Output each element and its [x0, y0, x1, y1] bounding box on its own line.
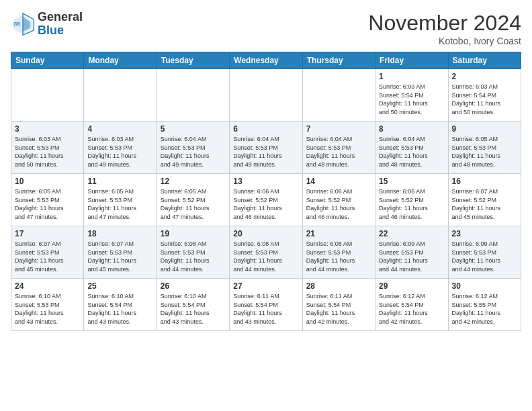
calendar-day-22: 22Sunrise: 6:09 AM Sunset: 5:53 PM Dayli… — [375, 226, 448, 279]
day-number: 2 — [452, 72, 517, 81]
calendar-day-1: 1Sunrise: 6:03 AM Sunset: 5:54 PM Daylig… — [375, 69, 448, 122]
calendar-day-13: 13Sunrise: 6:06 AM Sunset: 5:52 PM Dayli… — [230, 174, 302, 226]
day-info: Sunrise: 6:12 AM Sunset: 5:54 PM Dayligh… — [379, 292, 444, 326]
calendar-week-2: 3Sunrise: 6:03 AM Sunset: 5:53 PM Daylig… — [11, 122, 521, 174]
day-info: Sunrise: 6:07 AM Sunset: 5:53 PM Dayligh… — [15, 240, 80, 273]
day-info: Sunrise: 6:04 AM Sunset: 5:53 PM Dayligh… — [379, 135, 444, 169]
day-number: 4 — [87, 124, 152, 134]
calendar-day-8: 8Sunrise: 6:04 AM Sunset: 5:53 PM Daylig… — [375, 122, 448, 174]
day-number: 9 — [452, 124, 517, 134]
day-number: 1 — [379, 72, 444, 81]
col-header-friday: Friday — [375, 52, 448, 69]
day-info: Sunrise: 6:05 AM Sunset: 5:52 PM Dayligh… — [161, 187, 226, 221]
logo: GB General Blue — [11, 11, 83, 38]
day-number: 21 — [306, 229, 371, 238]
calendar-day-30: 30Sunrise: 6:12 AM Sunset: 5:55 PM Dayli… — [448, 279, 521, 331]
day-info: Sunrise: 6:11 AM Sunset: 5:54 PM Dayligh… — [233, 292, 298, 326]
day-info: Sunrise: 6:05 AM Sunset: 5:53 PM Dayligh… — [87, 187, 152, 221]
day-number: 11 — [87, 177, 152, 186]
day-number: 3 — [15, 124, 80, 134]
calendar-day-11: 11Sunrise: 6:05 AM Sunset: 5:53 PM Dayli… — [84, 174, 157, 226]
col-header-monday: Monday — [84, 52, 157, 69]
calendar-week-3: 10Sunrise: 6:05 AM Sunset: 5:53 PM Dayli… — [11, 174, 521, 226]
calendar-day-15: 15Sunrise: 6:06 AM Sunset: 5:52 PM Dayli… — [375, 174, 448, 226]
day-number: 17 — [15, 229, 80, 238]
day-info: Sunrise: 6:07 AM Sunset: 5:53 PM Dayligh… — [87, 240, 152, 273]
day-number: 29 — [379, 281, 444, 291]
calendar-day-4: 4Sunrise: 6:03 AM Sunset: 5:53 PM Daylig… — [84, 122, 157, 174]
day-info: Sunrise: 6:07 AM Sunset: 5:52 PM Dayligh… — [452, 187, 517, 221]
calendar-day-19: 19Sunrise: 6:08 AM Sunset: 5:53 PM Dayli… — [157, 226, 229, 279]
day-info: Sunrise: 6:10 AM Sunset: 5:54 PM Dayligh… — [87, 292, 152, 326]
day-info: Sunrise: 6:04 AM Sunset: 5:53 PM Dayligh… — [233, 135, 298, 169]
location: Kotobo, Ivory Coast — [368, 36, 521, 46]
col-header-tuesday: Tuesday — [157, 52, 229, 69]
calendar-day-6: 6Sunrise: 6:04 AM Sunset: 5:53 PM Daylig… — [230, 122, 302, 174]
calendar-day-17: 17Sunrise: 6:07 AM Sunset: 5:53 PM Dayli… — [11, 226, 84, 279]
calendar-week-5: 24Sunrise: 6:10 AM Sunset: 5:53 PM Dayli… — [11, 279, 521, 331]
day-info: Sunrise: 6:03 AM Sunset: 5:54 PM Dayligh… — [379, 83, 444, 116]
day-number: 8 — [379, 124, 444, 134]
calendar-week-4: 17Sunrise: 6:07 AM Sunset: 5:53 PM Dayli… — [11, 226, 521, 279]
day-info: Sunrise: 6:03 AM Sunset: 5:53 PM Dayligh… — [87, 135, 152, 169]
day-info: Sunrise: 6:04 AM Sunset: 5:53 PM Dayligh… — [161, 135, 226, 169]
calendar-day-29: 29Sunrise: 6:12 AM Sunset: 5:54 PM Dayli… — [375, 279, 448, 331]
day-number: 25 — [87, 281, 152, 291]
day-number: 16 — [452, 177, 517, 186]
day-info: Sunrise: 6:08 AM Sunset: 5:53 PM Dayligh… — [161, 240, 226, 273]
day-number: 20 — [233, 229, 298, 238]
day-number: 26 — [161, 281, 226, 291]
calendar-day-28: 28Sunrise: 6:11 AM Sunset: 5:54 PM Dayli… — [302, 279, 375, 331]
logo-general: General — [38, 10, 83, 24]
col-header-wednesday: Wednesday — [230, 52, 302, 69]
svg-text:GB: GB — [14, 21, 21, 26]
day-info: Sunrise: 6:09 AM Sunset: 5:53 PM Dayligh… — [452, 240, 517, 273]
day-number: 19 — [161, 229, 226, 238]
day-number: 14 — [306, 177, 371, 186]
calendar-day-7: 7Sunrise: 6:04 AM Sunset: 5:53 PM Daylig… — [302, 122, 375, 174]
col-header-thursday: Thursday — [302, 52, 375, 69]
day-info: Sunrise: 6:10 AM Sunset: 5:54 PM Dayligh… — [161, 292, 226, 326]
day-info: Sunrise: 6:05 AM Sunset: 5:53 PM Dayligh… — [15, 187, 80, 221]
title-block: November 2024 Kotobo, Ivory Coast — [368, 11, 521, 46]
calendar-day-23: 23Sunrise: 6:09 AM Sunset: 5:53 PM Dayli… — [448, 226, 521, 279]
calendar-day-16: 16Sunrise: 6:07 AM Sunset: 5:52 PM Dayli… — [448, 174, 521, 226]
calendar-day-14: 14Sunrise: 6:06 AM Sunset: 5:52 PM Dayli… — [302, 174, 375, 226]
day-number: 7 — [306, 124, 371, 134]
day-info: Sunrise: 6:10 AM Sunset: 5:53 PM Dayligh… — [15, 292, 80, 326]
day-number: 28 — [306, 281, 371, 291]
day-info: Sunrise: 6:09 AM Sunset: 5:53 PM Dayligh… — [379, 240, 444, 273]
day-info: Sunrise: 6:12 AM Sunset: 5:55 PM Dayligh… — [452, 292, 517, 326]
day-info: Sunrise: 6:03 AM Sunset: 5:54 PM Dayligh… — [452, 83, 517, 116]
calendar-day-9: 9Sunrise: 6:05 AM Sunset: 5:53 PM Daylig… — [448, 122, 521, 174]
day-info: Sunrise: 6:06 AM Sunset: 5:52 PM Dayligh… — [379, 187, 444, 221]
calendar-week-1: 1Sunrise: 6:03 AM Sunset: 5:54 PM Daylig… — [11, 69, 521, 122]
day-number: 10 — [15, 177, 80, 186]
day-info: Sunrise: 6:03 AM Sunset: 5:53 PM Dayligh… — [15, 135, 80, 169]
calendar-day-27: 27Sunrise: 6:11 AM Sunset: 5:54 PM Dayli… — [230, 279, 302, 331]
day-number: 5 — [161, 124, 226, 134]
logo-blue: Blue — [38, 24, 64, 37]
calendar-day-25: 25Sunrise: 6:10 AM Sunset: 5:54 PM Dayli… — [84, 279, 157, 331]
logo-text: General Blue — [38, 11, 83, 38]
calendar-header-row: SundayMondayTuesdayWednesdayThursdayFrid… — [11, 52, 521, 69]
empty-cell — [84, 69, 157, 122]
logo-icon: GB — [11, 12, 35, 36]
day-info: Sunrise: 6:04 AM Sunset: 5:53 PM Dayligh… — [306, 135, 371, 169]
calendar-day-3: 3Sunrise: 6:03 AM Sunset: 5:53 PM Daylig… — [11, 122, 84, 174]
calendar-day-2: 2Sunrise: 6:03 AM Sunset: 5:54 PM Daylig… — [448, 69, 521, 122]
empty-cell — [157, 69, 229, 122]
day-number: 23 — [452, 229, 517, 238]
day-info: Sunrise: 6:06 AM Sunset: 5:52 PM Dayligh… — [306, 187, 371, 221]
col-header-sunday: Sunday — [11, 52, 84, 69]
day-number: 24 — [15, 281, 80, 291]
calendar-day-21: 21Sunrise: 6:08 AM Sunset: 5:53 PM Dayli… — [302, 226, 375, 279]
day-number: 30 — [452, 281, 517, 291]
day-info: Sunrise: 6:08 AM Sunset: 5:53 PM Dayligh… — [306, 240, 371, 273]
day-info: Sunrise: 6:11 AM Sunset: 5:54 PM Dayligh… — [306, 292, 371, 326]
day-number: 18 — [87, 229, 152, 238]
calendar-day-20: 20Sunrise: 6:08 AM Sunset: 5:53 PM Dayli… — [230, 226, 302, 279]
empty-cell — [11, 69, 84, 122]
empty-cell — [302, 69, 375, 122]
day-info: Sunrise: 6:05 AM Sunset: 5:53 PM Dayligh… — [452, 135, 517, 169]
